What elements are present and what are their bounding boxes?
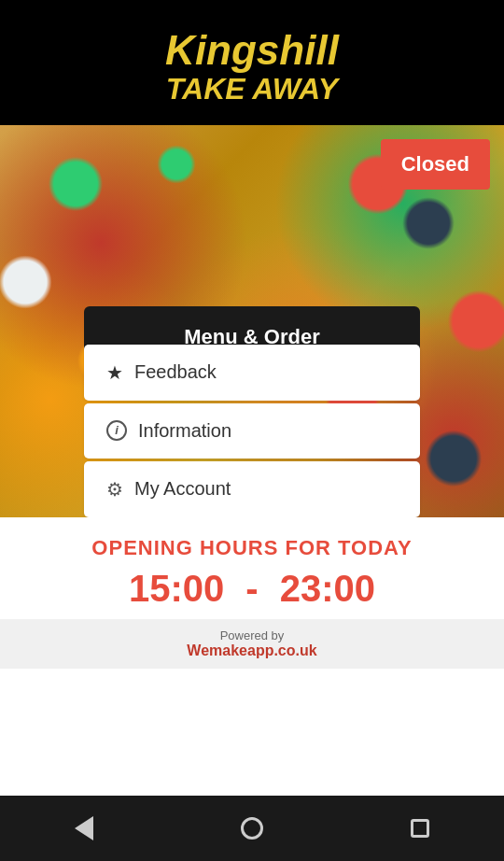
recent-apps-button[interactable] xyxy=(392,810,448,847)
time-separator: - xyxy=(245,568,258,609)
gear-icon: ⚙ xyxy=(106,478,123,501)
hero-section: Closed Menu & Order ★ Feedback i Informa… xyxy=(0,125,504,517)
feedback-button[interactable]: ★ Feedback xyxy=(84,345,420,401)
powered-by-label: Powered by xyxy=(9,628,495,642)
info-icon: i xyxy=(106,420,127,441)
feedback-label: Feedback xyxy=(134,361,217,383)
powered-by-url: Wemakeapp.co.uk xyxy=(9,642,495,659)
nav-buttons-group: ★ Feedback i Information ⚙ My Account xyxy=(84,345,420,517)
app-subtitle: TAKE AWAY xyxy=(19,73,485,106)
back-button[interactable] xyxy=(56,810,112,847)
time-from: 15:00 xyxy=(129,568,224,609)
bottom-navigation-bar xyxy=(0,796,504,861)
star-icon: ★ xyxy=(106,361,123,384)
powered-by-section: Powered by Wemakeapp.co.uk xyxy=(0,619,504,669)
opening-hours-title: OPENING HOURS FOR TODAY xyxy=(91,536,412,560)
closed-badge: Closed xyxy=(381,139,490,190)
app-header: Kingshill TAKE AWAY xyxy=(0,0,504,125)
content-area: OPENING HOURS FOR TODAY 15:00 - 23:00 Po… xyxy=(0,517,504,796)
information-label: Information xyxy=(138,420,231,442)
my-account-label: My Account xyxy=(134,478,231,500)
time-to: 23:00 xyxy=(280,568,375,609)
recent-icon xyxy=(411,819,429,838)
home-button[interactable] xyxy=(224,810,280,847)
opening-hours-time: 15:00 - 23:00 xyxy=(91,568,412,610)
information-button[interactable]: i Information xyxy=(84,403,420,459)
home-icon xyxy=(241,817,263,840)
opening-hours-section: OPENING HOURS FOR TODAY 15:00 - 23:00 xyxy=(82,517,421,619)
my-account-button[interactable]: ⚙ My Account xyxy=(84,461,420,517)
back-icon xyxy=(75,816,93,840)
app-title: Kingshill xyxy=(19,28,485,73)
